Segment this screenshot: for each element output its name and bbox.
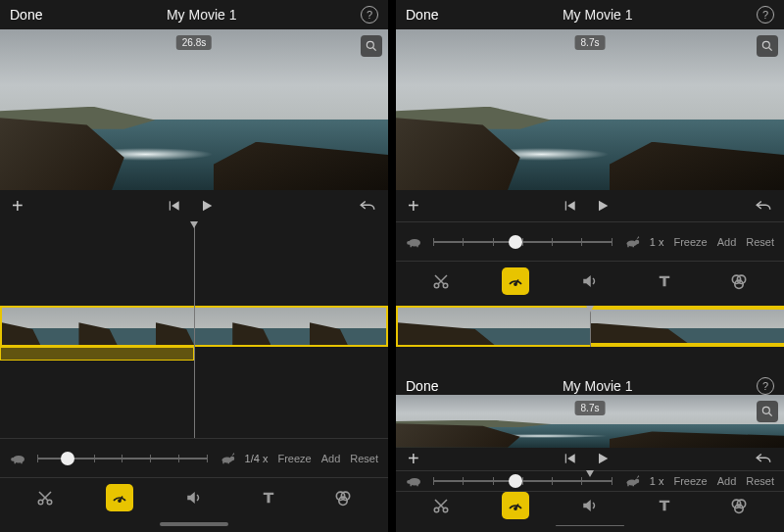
svg-point-8 (229, 456, 234, 460)
turtle-icon (406, 475, 423, 487)
speed-tool[interactable] (502, 492, 529, 519)
svg-rect-5 (15, 461, 17, 463)
speed-knob[interactable] (509, 474, 522, 488)
freeze-button[interactable]: Freeze (673, 475, 707, 487)
time-badge: 8.7s (575, 35, 606, 50)
turtle-icon (10, 453, 27, 464)
cut-tool[interactable] (427, 267, 455, 295)
svg-rect-9 (222, 461, 224, 463)
filters-tool[interactable] (725, 267, 753, 295)
reset-speed-button[interactable]: Reset (746, 236, 774, 248)
add-media-button[interactable]: + (408, 448, 419, 470)
time-badge: 8.7s (575, 401, 606, 415)
volume-tool[interactable] (576, 267, 604, 295)
zoom-button[interactable] (757, 401, 778, 422)
svg-point-26 (407, 240, 411, 244)
cut-tool[interactable] (31, 484, 59, 511)
svg-point-38 (514, 282, 516, 284)
play-button[interactable] (595, 198, 611, 214)
svg-point-42 (762, 407, 769, 413)
filters-tool[interactable] (725, 492, 753, 519)
speed-tool[interactable] (106, 484, 133, 511)
svg-rect-27 (411, 245, 413, 247)
freeze-button[interactable]: Freeze (673, 236, 707, 248)
svg-line-1 (373, 48, 376, 51)
undo-button[interactable] (755, 199, 772, 213)
svg-point-54 (407, 480, 411, 484)
rabbit-icon (622, 475, 640, 487)
turtle-icon (406, 236, 423, 248)
timeline[interactable]: 1 x Freeze Add Reset (396, 221, 784, 377)
reset-speed-button[interactable]: Reset (350, 453, 378, 464)
help-button[interactable]: ? (361, 6, 378, 24)
text-tool[interactable] (651, 492, 678, 519)
speed-slider[interactable] (433, 471, 612, 491)
svg-point-41 (735, 280, 743, 288)
help-button[interactable]: ? (757, 6, 774, 24)
home-indicator (556, 525, 624, 526)
prev-button[interactable] (564, 452, 577, 465)
add-media-button[interactable]: + (408, 195, 419, 218)
svg-rect-2 (170, 201, 171, 210)
svg-rect-55 (411, 484, 413, 486)
add-speed-button[interactable]: Add (717, 236, 737, 248)
add-media-button[interactable]: + (12, 195, 24, 218)
text-tool[interactable] (255, 484, 282, 511)
speed-slider[interactable] (37, 449, 208, 468)
svg-line-43 (769, 412, 772, 415)
done-button[interactable]: Done (406, 7, 438, 23)
playback-bar: + (0, 190, 388, 221)
cut-tool[interactable] (427, 492, 455, 519)
screenshot-2: Done My Movie 1 ? 8.7s + (396, 0, 784, 532)
speed-knob[interactable] (61, 452, 74, 465)
svg-rect-22 (565, 201, 566, 210)
speed-value: 1 x (650, 236, 664, 248)
svg-rect-60 (632, 484, 634, 486)
svg-point-0 (367, 41, 373, 48)
svg-rect-56 (416, 484, 418, 486)
speed-slider[interactable] (433, 232, 612, 252)
svg-point-16 (119, 499, 121, 501)
filters-tool[interactable] (329, 484, 357, 511)
time-badge: 26.8s (176, 35, 212, 50)
prev-button[interactable] (564, 199, 577, 213)
svg-point-58 (634, 478, 639, 483)
prev-button[interactable] (168, 199, 181, 213)
play-button[interactable] (595, 451, 611, 466)
svg-point-20 (762, 41, 769, 48)
help-button[interactable]: ? (757, 377, 774, 395)
timeline[interactable] (0, 221, 388, 438)
volume-tool[interactable] (576, 492, 604, 519)
reset-speed-button[interactable]: Reset (746, 475, 774, 487)
screenshot-1: Done My Movie 1 ? 26.8s + (0, 0, 388, 532)
rabbit-icon (218, 453, 235, 464)
svg-rect-32 (632, 245, 634, 247)
svg-point-4 (11, 457, 15, 460)
speed-value: 1/4 x (245, 453, 269, 464)
play-button[interactable] (199, 198, 215, 214)
add-speed-button[interactable]: Add (321, 453, 341, 464)
zoom-button[interactable] (361, 35, 382, 57)
done-button[interactable]: Done (10, 7, 42, 23)
zoom-button[interactable] (757, 35, 778, 57)
done-button[interactable]: Done (406, 378, 438, 394)
text-tool[interactable] (651, 267, 678, 295)
playhead[interactable] (194, 221, 195, 438)
tool-row (0, 477, 388, 516)
speed-tool[interactable] (502, 267, 529, 295)
playhead[interactable] (590, 306, 591, 347)
screenshot-3: Done My Movie 1 ? 8.7s + (396, 377, 784, 533)
project-title: My Movie 1 (563, 7, 633, 23)
volume-tool[interactable] (180, 484, 208, 511)
svg-rect-31 (627, 245, 629, 247)
speed-range-strip[interactable] (0, 347, 194, 361)
svg-line-21 (769, 48, 772, 51)
freeze-button[interactable]: Freeze (277, 453, 311, 464)
speed-knob[interactable] (509, 235, 522, 249)
undo-button[interactable] (359, 199, 376, 213)
undo-button[interactable] (755, 452, 772, 465)
video-preview: 8.7s (396, 29, 784, 190)
svg-point-30 (634, 239, 639, 244)
add-speed-button[interactable]: Add (717, 475, 737, 487)
speed-value: 1 x (650, 475, 664, 487)
